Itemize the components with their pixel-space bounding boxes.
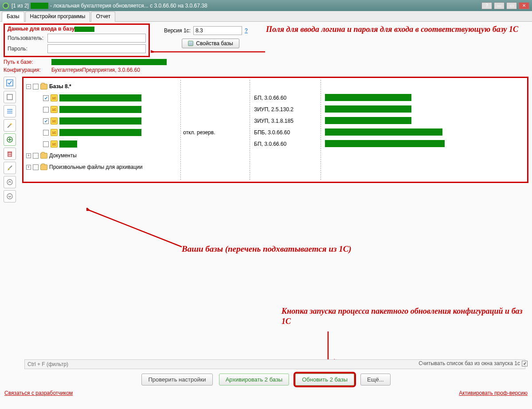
brush-button[interactable] (4, 162, 16, 174)
svg-rect-2 (7, 94, 12, 100)
1c-icon: 1C (51, 106, 58, 113)
down-button[interactable] (4, 190, 16, 203)
tree-root[interactable]: − Базы 8.* (26, 81, 524, 92)
svg-point-16 (7, 179, 12, 185)
config-value: БухгалтерияПредприятия, 3.0.66.60 (51, 67, 140, 73)
annotation-login: Поля для ввода логина и пароля для входа… (266, 24, 518, 35)
tree-item[interactable]: 1C БП, 3.0.66.60 (26, 92, 524, 104)
item-name-redacted (59, 94, 141, 101)
tree-docs[interactable]: + Документы (26, 150, 524, 161)
version-label: Версия 1с: (164, 27, 191, 34)
1c-icon: 1C (51, 129, 58, 136)
up-button[interactable] (4, 176, 16, 188)
pass-label: Пароль: (8, 46, 47, 52)
tab-report[interactable]: Отчет (91, 12, 115, 22)
tree-arch[interactable]: + Произвольные файлы для архивации (26, 161, 524, 173)
item-config: БПБ, 3.0.66.60 (254, 129, 290, 136)
item-path-redacted (325, 117, 411, 124)
title-suffix: - локальная бухгалтерия обновляется... с… (50, 3, 207, 9)
login-box: Данные для входа в базу Пользователь: Па… (4, 23, 150, 57)
read-list-label: Считывать список баз из окна запуска 1с (419, 360, 520, 366)
tree-item[interactable]: 1C откл. резерв. БПБ, 3.0.66.60 (26, 127, 524, 138)
version-input[interactable] (193, 26, 242, 35)
expander-icon[interactable]: + (26, 165, 31, 170)
svg-line-18 (89, 210, 182, 247)
title-prefix: [1 из 2] (12, 3, 29, 9)
item-checkbox[interactable] (43, 95, 49, 101)
annotation-update: Кнопка запуска процесса пакетного обновл… (282, 306, 532, 327)
item-config: БП, 3.0.66.60 (254, 95, 286, 101)
login-title: Данные для входа в базу (8, 26, 146, 32)
root-checkbox[interactable] (33, 84, 39, 90)
item-checkbox[interactable] (43, 107, 49, 113)
password-input[interactable] (47, 44, 146, 53)
maximize-button[interactable]: ▭ (506, 2, 517, 9)
app-icon (3, 3, 9, 9)
item-path-redacted (325, 140, 445, 147)
read-list-checkbox[interactable] (522, 361, 528, 366)
tab-bases[interactable]: Базы (2, 12, 24, 22)
1c-icon: 1C (51, 140, 58, 148)
item-checkbox[interactable] (43, 141, 49, 147)
archive-button[interactable]: Архивировать 2 базы (219, 374, 289, 386)
item-checkbox[interactable] (43, 130, 49, 136)
close-button[interactable]: ✕ (519, 2, 529, 9)
item-reserve: откл. резерв. (183, 129, 215, 136)
expander-icon[interactable]: + (26, 153, 31, 158)
1c-icon: 1C (51, 94, 58, 101)
arch-checkbox[interactable] (33, 164, 39, 170)
docs-checkbox[interactable] (33, 153, 39, 159)
contact-link[interactable]: Связаться с разработчиком (4, 390, 73, 396)
svg-line-6 (8, 124, 11, 128)
svg-point-17 (7, 194, 12, 199)
arrow-tree-icon (86, 208, 184, 248)
wand-button[interactable] (4, 119, 16, 132)
uncheck-all-button[interactable] (4, 91, 16, 103)
title-redacted (31, 3, 48, 9)
add-button[interactable] (4, 133, 16, 146)
1c-icon: 1C (51, 117, 58, 125)
tree-item[interactable]: 1C БП, 3.0.66.60 (26, 138, 524, 150)
user-label: Пользователь: (8, 35, 47, 41)
user-input[interactable] (47, 34, 146, 43)
item-path-redacted (325, 105, 411, 113)
item-name-redacted (59, 117, 141, 125)
svg-line-15 (9, 166, 12, 168)
tree-item[interactable]: 1C ЗИУП, 2.5.130.2 (26, 104, 524, 115)
bases-tree: − Базы 8.* 1C БП, 3.0.66.60 1C ЗИУП, (22, 77, 528, 183)
item-config: ЗИУП, 3.1.8.185 (254, 118, 293, 124)
folder-icon (40, 153, 47, 159)
item-path-redacted (325, 129, 442, 136)
item-name-redacted (59, 129, 141, 136)
list-button[interactable] (4, 105, 16, 117)
more-button[interactable]: Ещё... (360, 374, 390, 386)
item-name-redacted (59, 140, 77, 148)
item-checkbox[interactable] (43, 118, 49, 124)
path-label: Путь к базе: (4, 59, 48, 65)
arrow-login-icon (151, 35, 266, 53)
left-toolbar (4, 77, 18, 203)
help-button[interactable]: ? (481, 2, 492, 9)
item-config: БП, 3.0.66.60 (254, 141, 286, 147)
path-redacted (51, 59, 167, 65)
expander-icon[interactable]: − (26, 84, 31, 89)
folder-icon (40, 164, 47, 170)
tab-settings[interactable]: Настройки программы (25, 12, 90, 22)
item-name-redacted (59, 106, 141, 113)
item-path-redacted (325, 94, 411, 101)
folder-icon (40, 84, 47, 90)
tree-item[interactable]: 1C ЗИУП, 3.1.8.185 (26, 115, 524, 127)
check-settings-button[interactable]: Проверить настройки (141, 374, 212, 386)
version-help-link[interactable]: ? (245, 27, 248, 34)
title-bar: [1 из 2] - локальная бухгалтерия обновля… (0, 0, 532, 11)
tab-bar: Базы Настройки программы Отчет (0, 11, 532, 22)
check-all-button[interactable] (4, 77, 16, 89)
activate-link[interactable]: Активировать проф-версию (459, 390, 528, 396)
minimize-button[interactable]: — (494, 2, 505, 9)
config-label: Конфигурация: (4, 67, 48, 73)
delete-button[interactable] (4, 148, 16, 160)
item-config: ЗИУП, 2.5.130.2 (254, 106, 293, 113)
annotation-tree: Ваши базы (перечень подхватывается из 1С… (182, 244, 352, 254)
update-button[interactable]: Обновить 2 базы (295, 374, 354, 386)
